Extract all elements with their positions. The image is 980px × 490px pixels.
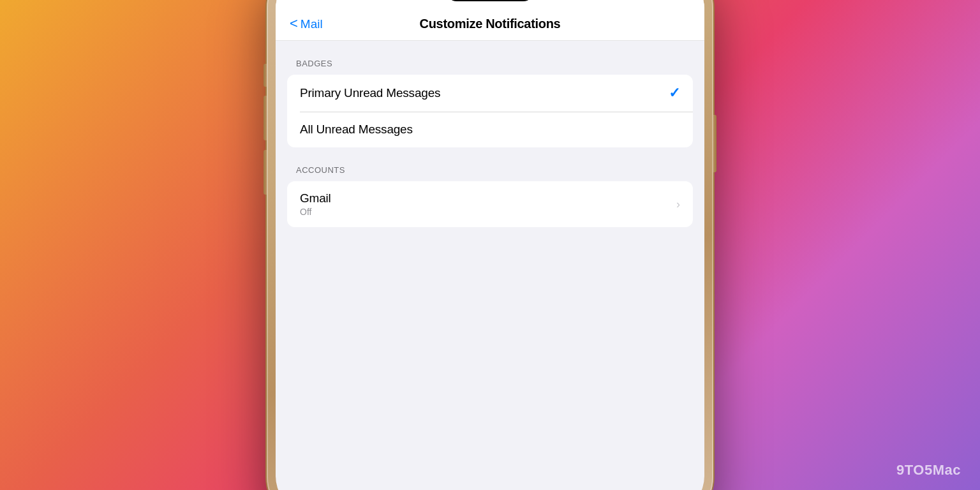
badges-section-header: BADGES xyxy=(276,59,704,68)
badges-section: BADGES Primary Unread Messages ✓ All Unr… xyxy=(276,59,704,147)
gmail-item-text-group: Gmail Off xyxy=(300,191,331,217)
gmail-item[interactable]: Gmail Off › xyxy=(287,181,693,227)
primary-unread-label: Primary Unread Messages xyxy=(300,86,440,100)
back-button[interactable]: < Mail xyxy=(290,17,323,31)
primary-unread-item[interactable]: Primary Unread Messages ✓ xyxy=(287,75,693,112)
phone-screen: 4:10 📶 xyxy=(276,0,704,490)
dynamic-island xyxy=(445,0,535,1)
content-area: BADGES Primary Unread Messages ✓ All Unr… xyxy=(276,41,704,263)
accounts-section: ACCOUNTS Gmail Off › xyxy=(276,165,704,227)
power-button xyxy=(713,115,716,172)
watermark: 9TO5Mac xyxy=(896,462,961,479)
phone-frame: 4:10 📶 xyxy=(267,0,713,490)
accounts-section-body: Gmail Off › xyxy=(287,181,693,227)
volume-down-button xyxy=(264,150,267,195)
checkmark-icon: ✓ xyxy=(669,85,680,101)
gmail-label: Gmail xyxy=(300,191,331,205)
chevron-right-icon: › xyxy=(676,198,680,211)
mute-button xyxy=(264,64,267,87)
volume-up-button xyxy=(264,96,267,140)
page-title: Customize Notifications xyxy=(420,17,561,31)
back-label: Mail xyxy=(301,17,323,31)
accounts-section-header: ACCOUNTS xyxy=(276,165,704,175)
nav-bar: < Mail Customize Notifications xyxy=(276,8,704,41)
all-unread-item[interactable]: All Unread Messages xyxy=(287,112,693,147)
back-chevron-icon: < xyxy=(290,17,298,31)
all-unread-label: All Unread Messages xyxy=(300,122,413,137)
status-bar: 4:10 📶 xyxy=(276,0,704,8)
gmail-subtitle: Off xyxy=(300,207,331,217)
badges-section-body: Primary Unread Messages ✓ All Unread Mes… xyxy=(287,75,693,147)
phone-wrapper: 4:10 📶 xyxy=(267,0,713,490)
